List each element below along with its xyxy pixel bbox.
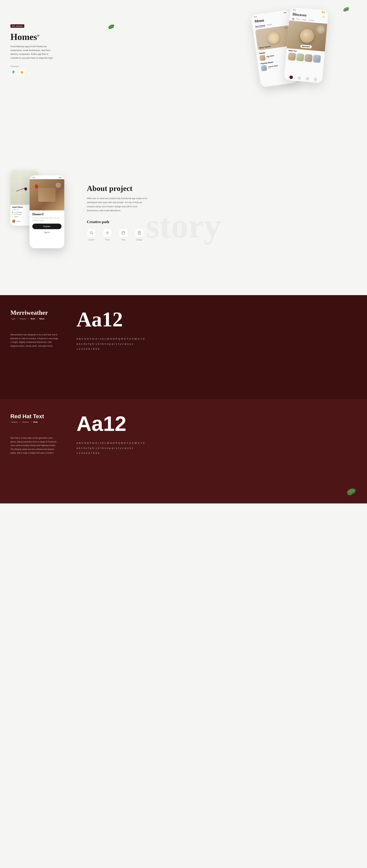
food-thumbnail-2 [261, 65, 267, 71]
hero-title: Homes® [10, 32, 69, 42]
weight-regular: Regular [11, 421, 18, 423]
software-icons [10, 69, 69, 75]
step-plan: Plan [119, 228, 128, 241]
redhat-left: Red Hat Text Regular / Medium / Bold Red… [10, 413, 66, 455]
hero-right: 9:41 ●●● Menu Most Popular Salads [69, 10, 357, 146]
redhat-section: Red Hat Text Regular / Medium / Bold Red… [0, 399, 367, 503]
nav-home[interactable] [289, 75, 293, 79]
plan-step-icon [119, 228, 128, 237]
story-left: Salad Palace Italian · 4.8 Food Ready On… [10, 170, 77, 281]
weight-bold: Bold [33, 421, 37, 423]
badge: 80+ screens [10, 24, 24, 28]
side-dish [316, 25, 325, 34]
food-price: $46 [284, 27, 288, 29]
restaurant-item-1[interactable] [288, 53, 296, 61]
merriweather-uppercase: A B C D E F G H I J K L M N O P Q R S T … [77, 337, 357, 341]
sketch-icon[interactable] [19, 69, 25, 75]
search-step-icon [87, 228, 96, 237]
cat-pizza[interactable]: Pizza [296, 18, 300, 21]
filter-icon[interactable]: ⚡ [322, 15, 325, 19]
weight-regular: Regular [20, 318, 26, 320]
waffle-shape [38, 188, 56, 202]
story-phone-inner: 9:41 ●●● Homes® One place to find all th… [30, 175, 64, 248]
step-search: Search [87, 228, 96, 241]
cat-popular[interactable]: Most Popular [255, 25, 265, 28]
restaurant-grid [288, 53, 322, 63]
story-section: story Salad Palace Italian · 4.8 [0, 156, 367, 295]
think-step-icon [103, 228, 112, 237]
story-phones: Salad Palace Italian · 4.8 Food Ready On… [10, 170, 77, 257]
food-plate [266, 31, 280, 44]
restaurant-item-4[interactable] [313, 55, 321, 63]
hero-description: Food Delivery App UI-Kit! Perfect for re… [10, 44, 56, 60]
merriweather-section: Merriweather Light / Regular / Bold / Bl… [0, 295, 367, 399]
brand-name: Homes® [30, 210, 64, 217]
nav-favorites[interactable] [306, 77, 309, 81]
restaurant-badge: Bamonte's [300, 44, 312, 49]
restaurant-item-2[interactable] [296, 53, 305, 61]
nav-search[interactable] [297, 76, 301, 80]
map-grid-v-1 [20, 170, 20, 205]
merriweather-numbers: 1 2 3 4 5 6 7 8 9 0 [77, 347, 357, 351]
nav-profile[interactable] [314, 78, 317, 82]
weight-black: Black [39, 318, 44, 320]
food-card-main: Spicy Cilantro $46 [255, 25, 292, 51]
softwares-label: Softwares: [10, 65, 69, 67]
merriweather-right: Aa12 A B C D E F G H I J K L M N O P Q R… [77, 309, 357, 352]
design-step-icon [135, 228, 144, 237]
figma-icon[interactable] [10, 69, 17, 75]
status-label-1: Food Ready [14, 212, 22, 213]
phone-discover: 9:41 📶🔋 Discover ⚡ All Pizza Vegan Chine… [284, 7, 329, 83]
step-think: Think [103, 228, 112, 241]
leaf-bottom-right [346, 487, 357, 496]
svg-line-6 [92, 234, 93, 235]
brand-subtitle: One place to find all the places you can… [30, 217, 64, 221]
story-phone-main: ‹ 9:41 ●●● Homes® One place to find all … [30, 175, 64, 248]
avatar-name: James [16, 220, 21, 222]
avatar [12, 220, 15, 223]
merriweather-left: Merriweather Light / Regular / Bold / Bl… [10, 309, 66, 348]
restaurant-item-3[interactable] [305, 54, 313, 62]
register-button[interactable]: Register [32, 224, 61, 229]
story-phone-status: 9:41 ●●● [30, 175, 64, 179]
discover-food-image: Bamonte's [287, 21, 327, 52]
strawberry [35, 184, 38, 189]
svg-rect-8 [122, 231, 125, 235]
signin-label[interactable]: Sign In [30, 230, 64, 235]
weight-medium: Medium [22, 421, 29, 423]
cat-all[interactable]: All [292, 18, 294, 20]
phone-mockup-group: 9:41 ●●● Menu Most Popular Salads [256, 7, 364, 97]
leaf-top-right [343, 7, 349, 12]
hero-left: 80+ screens Homes® Food Delivery App UI-… [10, 10, 69, 146]
leaf-decoration-1 [108, 24, 115, 29]
redhat-lowercase: a b c d e f g h i j k l m n o p q r s t … [77, 446, 357, 450]
step-design: Design [135, 228, 144, 241]
weight-bold: Bold [31, 318, 35, 320]
merriweather-weights: Light / Regular / Bold / Black [10, 318, 66, 320]
cat-vegan[interactable]: Vegan [302, 19, 307, 21]
svg-point-5 [90, 231, 92, 234]
design-label: Design [136, 239, 142, 241]
waffle-image [30, 179, 64, 210]
status-dot-3 [12, 216, 13, 217]
creative-path-title: Creative path [87, 220, 357, 224]
cat-chinese[interactable]: Chinese [308, 19, 314, 22]
weight-light: Light [11, 318, 15, 320]
status-dot-1 [12, 212, 13, 213]
discover-title: Discover [292, 12, 307, 18]
cat-salads[interactable]: Salads [267, 24, 272, 26]
search-label: Search [88, 239, 94, 241]
redhat-name: Red Hat Text [10, 413, 66, 420]
food-bowl [300, 28, 314, 43]
think-label: Think [105, 239, 110, 241]
merriweather-description: Merriweather was designed to be a text f… [10, 333, 59, 348]
about-description: With user in mind we created fully funct… [87, 196, 149, 213]
redhat-display: Aa12 [77, 413, 357, 434]
shine [56, 183, 61, 188]
redhat-right: Aa12 A B C D E F G H I J K L M N O P Q R… [77, 413, 357, 456]
hero-section: 80+ screens Homes® Food Delivery App UI-… [0, 0, 367, 156]
status-label-2: On the way [14, 214, 21, 215]
status-dot-2 [12, 214, 13, 215]
creative-steps: Search Think [87, 228, 357, 241]
redhat-numbers: 1 2 3 4 5 6 7 8 9 0 [77, 451, 357, 455]
